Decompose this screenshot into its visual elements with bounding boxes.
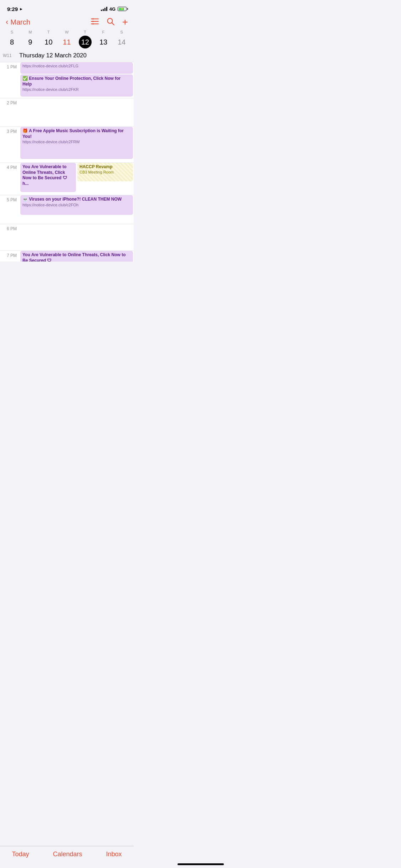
back-label: March bbox=[10, 18, 30, 26]
svg-rect-3 bbox=[93, 18, 93, 20]
day-10[interactable]: 10 bbox=[42, 36, 55, 48]
week-strip: S M T W T F S 8 9 10 11 12 13 14 bbox=[0, 30, 134, 48]
time-label-4pm: 4 PM bbox=[0, 163, 20, 195]
time-row-7pm: 7 PM You Are Vulnerable to Online Threat… bbox=[0, 250, 134, 262]
event-location: CB3 Meeting Room bbox=[79, 170, 131, 174]
day-numbers: 8 9 10 11 12 13 14 bbox=[3, 36, 131, 48]
back-chevron-icon: ‹ bbox=[6, 18, 8, 26]
day-label-wed: W bbox=[58, 30, 76, 34]
event-title: 🎁 A Free Apple Music Susbcription is Wai… bbox=[22, 128, 131, 139]
week-info: W11 Thursday 12 March 2020 bbox=[0, 51, 134, 62]
time-content-5pm: 💀 Viruses on your iPhone?! CLEAN THEM NO… bbox=[20, 195, 134, 224]
time-row-6pm: 6 PM bbox=[0, 224, 134, 250]
event-url: https://notice-device.club/c2FRW bbox=[22, 140, 131, 144]
day-label-sun: S bbox=[3, 30, 21, 34]
day-11[interactable]: 11 bbox=[60, 36, 73, 48]
day-label-mon: M bbox=[21, 30, 39, 34]
event-title: 💀 Viruses on your iPhone?! CLEAN THEM NO… bbox=[22, 197, 131, 202]
week-number: W11 bbox=[3, 53, 14, 58]
list-icon[interactable] bbox=[91, 18, 99, 26]
day-labels: S M T W T F S bbox=[3, 30, 131, 34]
day-9[interactable]: 9 bbox=[24, 36, 37, 48]
event-title: ✅ Ensure Your Online Protection, Click N… bbox=[22, 76, 131, 87]
status-time: 9:29 ► bbox=[7, 6, 23, 12]
event-title: You Are Vulnerable to Online Threats, Cl… bbox=[22, 252, 131, 262]
time-row-2pm: 2 PM bbox=[0, 98, 134, 126]
full-date: Thursday 12 March 2020 bbox=[19, 52, 87, 59]
time-label-1pm: 1 PM bbox=[0, 62, 20, 98]
event-haccp[interactable]: HACCP Revamp CB3 Meeting Room bbox=[77, 163, 133, 181]
svg-rect-5 bbox=[93, 23, 93, 25]
event-title-haccp: HACCP Revamp bbox=[79, 164, 131, 170]
day-label-thu: T bbox=[76, 30, 94, 34]
svg-rect-2 bbox=[91, 24, 99, 24]
add-icon[interactable]: + bbox=[122, 17, 128, 27]
day-label-tue: T bbox=[40, 30, 58, 34]
event-c2frw[interactable]: 🎁 A Free Apple Music Susbcription is Wai… bbox=[20, 127, 133, 159]
event-vulnerable-4pm[interactable]: You Are Vulnerable to Online Threats, Cl… bbox=[20, 163, 76, 192]
time-content-4pm: You Are Vulnerable to Online Threats, Cl… bbox=[20, 163, 134, 195]
time-content-7pm: You Are Vulnerable to Online Threats, Cl… bbox=[20, 251, 134, 262]
day-8[interactable]: 8 bbox=[6, 36, 19, 48]
event-url: https://notice-device.club/c2FOh bbox=[22, 203, 131, 207]
time-label-7pm: 7 PM bbox=[0, 251, 20, 262]
event-vulnerable-7pm[interactable]: You Are Vulnerable to Online Threats, Cl… bbox=[20, 251, 133, 262]
time-label-6pm: 6 PM bbox=[0, 224, 20, 250]
day-13[interactable]: 13 bbox=[97, 36, 110, 48]
event-c2flg[interactable]: https://notice-device.club/c2FLG bbox=[20, 62, 133, 74]
day-12-today[interactable]: 12 bbox=[79, 36, 92, 48]
day-label-sat: S bbox=[113, 30, 131, 34]
battery-icon: ⚡ bbox=[118, 7, 127, 11]
time-content-6pm bbox=[20, 224, 134, 250]
event-title: You Are Vulnerable to Online Threats, Cl… bbox=[22, 164, 74, 186]
status-icons: 4G ⚡ bbox=[101, 6, 127, 12]
time-label-2pm: 2 PM bbox=[0, 98, 20, 126]
search-icon[interactable] bbox=[107, 17, 114, 27]
svg-rect-4 bbox=[93, 21, 93, 22]
day-view[interactable]: 1 PM https://notice-device.club/c2FLG ✅ … bbox=[0, 62, 134, 262]
time-label-3pm: 3 PM bbox=[0, 127, 20, 162]
time-row-1pm: 1 PM https://notice-device.club/c2FLG ✅ … bbox=[0, 62, 134, 98]
header: ‹ March + bbox=[0, 16, 134, 30]
header-icons: + bbox=[91, 17, 128, 27]
time-row-4pm: 4 PM You Are Vulnerable to Online Threat… bbox=[0, 162, 134, 195]
signal-icon bbox=[101, 7, 107, 11]
time-content-3pm: 🎁 A Free Apple Music Susbcription is Wai… bbox=[20, 127, 134, 162]
day-label-fri: F bbox=[94, 30, 112, 34]
svg-line-7 bbox=[112, 23, 114, 25]
day-14[interactable]: 14 bbox=[115, 36, 128, 48]
time-label-5pm: 5 PM bbox=[0, 195, 20, 224]
event-title: https://notice-device.club/c2FLG bbox=[22, 64, 131, 68]
time-row-3pm: 3 PM 🎁 A Free Apple Music Susbcription i… bbox=[0, 126, 134, 162]
time-content-2pm bbox=[20, 98, 134, 126]
svg-rect-0 bbox=[91, 19, 99, 19]
event-url: https://notice-device.club/c2FKR bbox=[22, 87, 131, 92]
time-row-5pm: 5 PM 💀 Viruses on your iPhone?! CLEAN TH… bbox=[0, 195, 134, 224]
svg-rect-1 bbox=[91, 21, 99, 22]
back-button[interactable]: ‹ March bbox=[6, 18, 30, 26]
status-bar: 9:29 ► 4G ⚡ bbox=[0, 0, 134, 16]
network-label: 4G bbox=[109, 6, 115, 12]
time-content-1pm: https://notice-device.club/c2FLG ✅ Ensur… bbox=[20, 62, 134, 98]
event-c2fkr[interactable]: ✅ Ensure Your Online Protection, Click N… bbox=[20, 74, 133, 97]
event-viruses[interactable]: 💀 Viruses on your iPhone?! CLEAN THEM NO… bbox=[20, 195, 133, 215]
